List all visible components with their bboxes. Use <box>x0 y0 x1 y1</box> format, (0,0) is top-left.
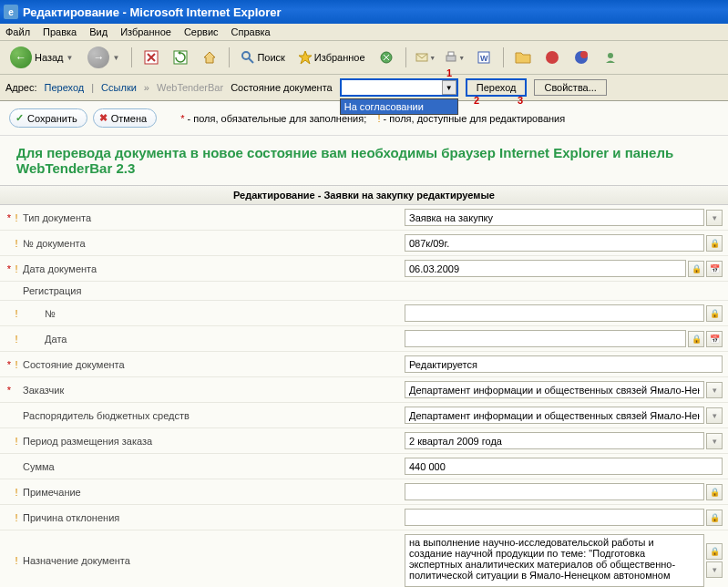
chevron-down-icon[interactable]: ▼ <box>442 80 456 95</box>
chevron-down-icon[interactable]: ▾ <box>706 382 723 398</box>
field-label: Дата документа <box>23 263 97 274</box>
state-dropdown[interactable]: ▼ На согласовании <box>340 78 458 97</box>
folder-icon[interactable] <box>511 46 535 69</box>
toolbar: ← Назад ▼ → ▼ Поиск Избранное ▼ ▼ W <box>0 41 728 75</box>
annotation-2: 2 <box>474 95 479 106</box>
field-input[interactable] <box>405 355 723 373</box>
lock-icon[interactable]: 🔒 <box>688 261 704 277</box>
messenger-icon[interactable] <box>599 46 622 69</box>
favorites-button[interactable]: Избранное <box>294 46 369 69</box>
editable-marker: ! <box>13 436 20 447</box>
field-input[interactable] <box>405 483 704 500</box>
table-row: Распорядитель бюджетных средств▾ <box>0 403 728 428</box>
chevron-down-icon[interactable]: ▾ <box>706 407 723 424</box>
menu-view[interactable]: Вид <box>89 26 108 37</box>
field-textarea[interactable]: на выполнение научно-исследовательской р… <box>405 534 704 587</box>
menubar: Файл Правка Вид Избранное Сервис Справка <box>0 24 728 41</box>
globe-red-icon[interactable] <box>540 46 564 69</box>
globe-blue-icon[interactable] <box>569 46 593 69</box>
field-label: № документа <box>23 238 86 249</box>
lock-icon[interactable]: 🔒 <box>706 235 723 252</box>
field-input[interactable] <box>405 509 704 526</box>
field-input[interactable] <box>405 407 704 424</box>
go-button[interactable]: Переход <box>466 78 528 97</box>
field-label: Период размещения заказа <box>23 436 152 447</box>
svg-text:W: W <box>480 54 488 63</box>
cancel-label: Отмена <box>111 113 147 124</box>
table-row: Регистрация <box>0 282 728 301</box>
history-button[interactable] <box>374 46 398 69</box>
menu-help[interactable]: Справка <box>231 26 271 37</box>
field-label: № <box>45 308 56 319</box>
table-row: ! Причина отклонения🔒 <box>0 505 728 530</box>
editable-marker: ! <box>13 359 20 370</box>
lock-icon[interactable]: 🔒 <box>688 331 704 347</box>
annotation-1: 1 <box>446 67 452 78</box>
menu-edit[interactable]: Правка <box>43 26 77 37</box>
required-marker: * <box>5 212 13 223</box>
address-bar: Адрес: Переход | Ссылки » WebTenderBar С… <box>0 75 728 101</box>
addr-perehod[interactable]: Переход <box>45 82 85 93</box>
chevron-down-icon[interactable]: ▾ <box>706 210 723 226</box>
stop-button[interactable] <box>139 46 163 69</box>
svg-rect-6 <box>446 56 456 61</box>
field-input[interactable] <box>405 330 686 347</box>
field-input[interactable] <box>405 458 723 475</box>
field-input[interactable] <box>405 234 704 252</box>
lock-icon[interactable]: 🔒 <box>706 305 723 322</box>
lock-icon[interactable]: 🔒 <box>706 510 723 526</box>
table-row: ! № документа🔒 <box>0 231 728 256</box>
save-label: Сохранить <box>27 113 77 124</box>
editable-marker: ! <box>13 555 20 566</box>
table-row: ! №🔒 <box>0 301 728 326</box>
cancel-button[interactable]: ✖ Отмена <box>93 108 157 128</box>
save-button[interactable]: ✓ Сохранить <box>9 108 87 128</box>
chevron-down-icon[interactable]: ▾ <box>706 433 723 449</box>
menu-file[interactable]: Файл <box>5 26 30 37</box>
table-row: ! Примечание🔒 <box>0 479 728 505</box>
calendar-icon[interactable]: 📅 <box>706 261 723 277</box>
expand-icon[interactable]: ▾ <box>706 561 723 578</box>
svg-rect-7 <box>448 52 454 56</box>
check-icon: ✓ <box>15 112 24 124</box>
field-input[interactable] <box>405 260 686 277</box>
addr-links[interactable]: Ссылки <box>101 82 137 93</box>
svg-point-13 <box>608 53 613 58</box>
annotation-3: 3 <box>518 95 523 106</box>
svg-point-10 <box>546 51 559 64</box>
required-marker: * <box>5 385 13 396</box>
state-dropdown-item[interactable]: На согласовании <box>340 98 458 115</box>
info-banner: Для перевода документа в новое состояние… <box>0 136 728 185</box>
back-button[interactable]: ← Назад ▼ <box>5 45 77 70</box>
forward-arrow-icon: → <box>87 46 109 68</box>
forward-button[interactable]: → ▼ <box>83 45 124 70</box>
back-arrow-icon: ← <box>10 46 32 68</box>
required-marker: * <box>5 263 13 274</box>
field-label: Состояние документа <box>23 359 125 370</box>
calendar-icon[interactable]: 📅 <box>706 331 723 347</box>
properties-button[interactable]: Свойства... <box>534 79 606 96</box>
field-input[interactable] <box>405 209 704 226</box>
menu-service[interactable]: Сервис <box>184 26 219 37</box>
home-button[interactable] <box>198 46 221 69</box>
print-button[interactable]: ▼ <box>443 46 467 69</box>
field-label: Примечание <box>23 487 81 498</box>
lock-icon[interactable]: 🔒 <box>706 484 723 500</box>
field-label: Распорядитель бюджетных средств <box>23 410 190 421</box>
search-button[interactable]: Поиск <box>237 46 288 69</box>
refresh-button[interactable] <box>169 46 192 69</box>
cross-icon: ✖ <box>99 112 108 124</box>
edit-word-button[interactable]: W <box>472 46 496 69</box>
field-label: Тип документа <box>23 212 91 223</box>
back-label: Назад <box>35 52 64 63</box>
field-input[interactable] <box>405 304 704 322</box>
lock-icon[interactable]: 🔒 <box>706 543 723 560</box>
field-label: Причина отклонения <box>23 512 119 523</box>
required-marker: * <box>5 359 13 370</box>
favorites-label: Избранное <box>314 52 365 63</box>
window-title: Редактирование - Microsoft Internet Expl… <box>23 5 282 19</box>
field-input[interactable] <box>405 432 704 449</box>
field-input[interactable] <box>405 381 704 398</box>
menu-favorites[interactable]: Избранное <box>120 26 171 37</box>
mail-button[interactable]: ▼ <box>414 46 437 69</box>
